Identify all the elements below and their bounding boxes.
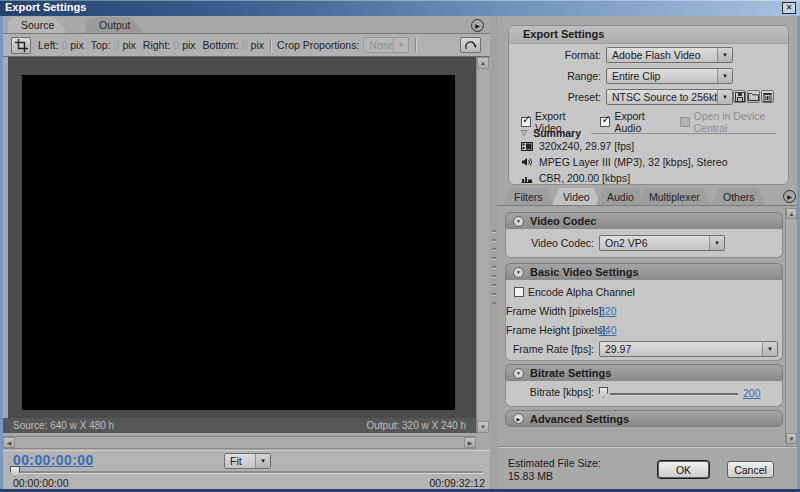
titlebar[interactable]: Export Settings ✕ [0, 0, 800, 16]
tab-audio[interactable]: Audio [596, 188, 645, 205]
window-title: Export Settings [5, 1, 86, 13]
video-codec-section: ▼ Video Codec Video Codec: On2 VP6 ▼ [505, 212, 783, 258]
crop-proportions-select[interactable]: None ▼ [363, 37, 409, 53]
video-codec-header-label: Video Codec [530, 215, 596, 227]
frame-height-value[interactable]: 240 [599, 324, 617, 336]
checkbox-box [514, 287, 524, 297]
bitrate-label: Bitrate [kbps]: [506, 386, 594, 398]
basic-video-settings-body: Encode Alpha Channel Frame Width [pixels… [505, 280, 783, 361]
crop-right-value[interactable]: 0 [173, 39, 179, 51]
export-settings-dialog: Export Settings ✕ Source Output ▶ Left: … [0, 0, 800, 492]
cancel-button[interactable]: Cancel [727, 461, 774, 478]
panel-splitter[interactable] [490, 17, 498, 489]
video-codec-section-body: Video Codec: On2 VP6 ▼ [505, 229, 783, 258]
encode-alpha-checkbox[interactable]: Encode Alpha Channel [514, 286, 635, 298]
crop-top-value[interactable]: 0 [114, 39, 120, 51]
left-panel-menu-button[interactable]: ▶ [471, 19, 484, 32]
frame-width-row: Frame Width [pixels]: 320 [506, 305, 782, 317]
toolbar-separator [270, 38, 271, 52]
preview-horizontal-scrollbar[interactable]: ◀ ▶ [3, 436, 476, 449]
ok-button[interactable]: OK [658, 461, 709, 478]
zoom-level-select[interactable]: Fit ▼ [224, 453, 271, 469]
estimated-file-size-value: 15.83 MB [508, 470, 553, 482]
crop-bottom-unit: pix [251, 39, 264, 51]
bitrate-slider-track[interactable] [610, 393, 738, 395]
summary-header[interactable]: ▽ Summary [521, 127, 776, 139]
tab-filters[interactable]: Filters [503, 188, 554, 205]
preset-select[interactable]: NTSC Source to 256kbps ▼ [606, 89, 733, 105]
bitrate-settings-header-label: Bitrate Settings [530, 367, 611, 379]
frame-width-value[interactable]: 320 [599, 305, 617, 317]
playhead-handle[interactable] [10, 466, 20, 477]
folder-icon [748, 92, 759, 101]
tab-output[interactable]: Output [86, 17, 144, 33]
video-codec-section-header[interactable]: ▼ Video Codec [505, 212, 783, 229]
crop-right-label: Right: [143, 39, 170, 51]
crop-toolbar: Left: 0 pix Top: 0 pix Right: 0 pix Bott… [3, 34, 490, 57]
export-settings-group: Export Settings Format: Adobe Flash Vide… [508, 25, 789, 185]
transport-bar: 00:00:00:00 Fit ▼ 00:00:00:00 00:09:32:1… [3, 450, 490, 489]
basic-video-settings-header-label: Basic Video Settings [530, 266, 639, 278]
crop-button[interactable] [11, 37, 31, 54]
tab-multiplexer[interactable]: Multiplexer [638, 188, 711, 205]
scroll-left-icon[interactable]: ◀ [3, 437, 15, 448]
summary-video-item: 320x240, 29.97 [fps] [521, 140, 634, 152]
crop-right-unit: pix [182, 39, 195, 51]
settings-vertical-scrollbar[interactable]: ▲ ▼ [785, 208, 797, 444]
range-row: Range: Entire Clip ▼ [509, 68, 788, 84]
splitter-grip-icon [492, 230, 496, 304]
crop-left-value[interactable]: 0 [61, 39, 67, 51]
checkbox-box: ✓ [521, 117, 531, 127]
chevron-down-icon: ▼ [393, 38, 408, 52]
end-timecode: 00:09:32:12 [430, 477, 485, 489]
section-toggle-icon[interactable]: ▼ [513, 368, 524, 379]
video-codec-select[interactable]: On2 VP6 ▼ [599, 235, 725, 251]
crop-proportions-value: None [364, 38, 393, 52]
checkbox-box: ✓ [600, 117, 610, 127]
scroll-down-icon[interactable]: ▼ [786, 433, 797, 444]
advanced-settings-header-label: Advanced Settings [530, 413, 629, 425]
bitrate-settings-section: ▼ Bitrate Settings Bitrate [kbps]: 200 [505, 364, 783, 407]
bitrate-settings-body: Bitrate [kbps]: 200 [505, 381, 783, 407]
current-timecode[interactable]: 00:00:00:00 [13, 452, 94, 468]
toolbar-separator [415, 38, 416, 52]
bitrate-summary-icon [521, 174, 533, 183]
format-select[interactable]: Adobe Flash Video ▼ [606, 47, 733, 63]
delete-preset-button[interactable] [761, 90, 774, 103]
preview-vertical-scrollbar[interactable]: ▲ ▼ [476, 57, 489, 433]
save-preset-button[interactable] [733, 90, 746, 103]
scroll-up-icon[interactable]: ▲ [477, 57, 489, 69]
close-icon[interactable]: ✕ [782, 2, 796, 14]
crop-bottom-value[interactable]: 0 [242, 39, 248, 51]
scroll-down-icon[interactable]: ▼ [477, 421, 489, 433]
crop-left-unit: pix [70, 39, 83, 51]
video-summary-icon [521, 142, 533, 151]
advanced-settings-header[interactable]: ▶ Advanced Settings [505, 410, 783, 427]
zoom-level-value: Fit [225, 454, 255, 468]
checkbox-box [680, 117, 690, 127]
basic-video-settings-header[interactable]: ▼ Basic Video Settings [505, 263, 783, 280]
scroll-up-icon[interactable]: ▲ [786, 208, 797, 219]
import-preset-button[interactable] [747, 90, 760, 103]
right-panel-menu-button[interactable]: ▶ [783, 190, 796, 203]
section-toggle-icon[interactable]: ▶ [513, 413, 524, 424]
format-label: Format: [509, 49, 601, 61]
range-select[interactable]: Entire Clip ▼ [606, 68, 733, 84]
rotate-view-button[interactable] [460, 37, 481, 53]
section-toggle-icon[interactable]: ▼ [513, 267, 524, 278]
frame-rate-row: Frame Rate [fps]: 29.97 ▼ [506, 341, 782, 357]
frame-rate-select[interactable]: 29.97 ▼ [599, 341, 778, 357]
section-toggle-icon[interactable]: ▼ [513, 216, 524, 227]
timeline-track[interactable] [13, 471, 483, 473]
bitrate-value[interactable]: 200 [743, 387, 761, 399]
bitrate-settings-header[interactable]: ▼ Bitrate Settings [505, 364, 783, 381]
chevron-down-icon: ▼ [717, 90, 732, 104]
format-value: Adobe Flash Video [607, 48, 717, 62]
frame-rate-label: Frame Rate [fps]: [506, 343, 594, 355]
crop-top-label: Top: [91, 39, 111, 51]
tab-video[interactable]: Video [552, 188, 601, 205]
tab-source[interactable]: Source [8, 17, 67, 33]
tab-others[interactable]: Others [712, 188, 766, 205]
bitrate-row: Bitrate [kbps]: [506, 386, 782, 398]
scroll-right-icon[interactable]: ▶ [464, 437, 476, 448]
